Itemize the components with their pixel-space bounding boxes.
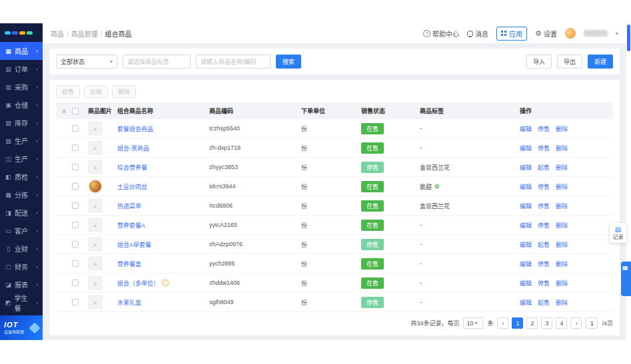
operation-link[interactable]: 停售 [538,279,550,287]
bulk-button-2[interactable]: 价格 [84,85,108,98]
row-checkbox[interactable] [72,241,79,248]
messages-button[interactable]: 消息 [467,29,488,39]
operation-link[interactable]: 删除 [556,163,568,172]
page-button-2[interactable]: 2 [526,317,538,329]
keyword-search-input[interactable] [196,55,271,69]
product-name-link[interactable]: 水果礼盒 [117,298,141,307]
operation-link[interactable]: 编辑 [520,163,532,172]
sidebar-item-4[interactable]: ▣仓储› [0,96,43,114]
page-button-3[interactable]: 3 [541,317,552,329]
operation-link[interactable]: 删除 [556,202,568,210]
chevron-down-icon[interactable]: ▾ [616,31,618,37]
sidebar-item-7[interactable]: ◫生产› [0,150,43,168]
operation-link[interactable]: 删除 [556,144,568,152]
row-checkbox[interactable] [72,279,79,286]
breadcrumb-item[interactable]: 商品管理 [71,31,98,38]
operation-link[interactable]: 编辑 [520,124,532,133]
sidebar-item-9[interactable]: ▩分拣› [0,186,43,204]
row-checkbox[interactable] [72,144,79,151]
status-select[interactable]: 全部状态 ▾ [56,55,117,69]
page-jump-input[interactable] [586,317,598,329]
operation-link[interactable]: 编辑 [520,182,532,191]
operation-link[interactable]: 编辑 [520,298,532,307]
product-name-link[interactable]: 营养套餐A [117,221,145,230]
operation-link[interactable]: 编辑 [520,240,532,249]
operation-link[interactable]: 编辑 [520,279,532,287]
sidebar-item-label: 生产 [15,136,28,146]
sidebar-item-3[interactable]: ▥采购› [0,78,43,96]
sidebar-item-14[interactable]: ◪报表› [0,275,43,293]
breadcrumb-item[interactable]: 商品 [51,31,64,38]
operation-link[interactable]: 删除 [556,240,568,249]
product-name-link[interactable]: 套餐组合商品 [117,124,153,133]
operation-link[interactable]: 编辑 [520,221,532,230]
row-checkbox[interactable] [72,260,79,267]
row-checkbox[interactable] [72,202,79,209]
operation-link[interactable]: 编辑 [520,202,532,210]
sidebar-item-10[interactable]: ◨配送› [0,204,43,222]
product-name-link[interactable]: 组合（多单位） [117,279,159,287]
product-name-link[interactable]: 热卤菜单 [117,202,141,210]
operation-link[interactable]: 起售 [538,240,550,249]
sidebar-item-8[interactable]: ◧质检› [0,168,43,186]
operation-link[interactable]: 删除 [556,279,568,287]
page-size-select[interactable]: 10 ▾ [463,317,483,329]
help-center-button[interactable]: ? 帮助中心 [423,29,459,39]
product-name-link[interactable]: 组合A早套餐 [117,240,151,249]
bulk-button-3[interactable]: 删除 [112,85,136,98]
scrollbar-thumb[interactable] [627,25,630,51]
import-button[interactable]: 导入 [526,55,552,69]
page-button-4[interactable]: 4 [556,317,567,329]
apps-button[interactable]: 应用 [496,27,527,41]
operation-link[interactable]: 停售 [538,221,550,230]
operation-link[interactable]: 起售 [538,298,550,307]
bulk-button-1[interactable]: 起售 [56,85,80,98]
row-checkbox[interactable] [72,299,79,305]
operation-link[interactable]: 删除 [556,221,568,230]
operation-link[interactable]: 删除 [556,182,568,191]
sidebar-item-15[interactable]: ◩学生餐› [0,293,43,311]
next-page-button[interactable]: › [570,317,582,329]
sidebar-item-6[interactable]: ▨生产› [0,132,43,150]
product-name-link[interactable]: 营养餐盒 [117,260,141,268]
product-name-cell: 水果礼盒 [115,298,207,307]
settings-button[interactable]: ⚙ 设置 [535,29,557,39]
tag-select-input[interactable] [123,55,191,69]
row-checkbox[interactable] [72,183,79,190]
operation-link[interactable]: 删除 [556,260,568,268]
row-checkbox[interactable] [72,164,79,170]
sidebar-item-13[interactable]: ▢财务› [0,258,43,275]
table-header: ≡商品图片组合商品名称商品编码下单单位销售状态商品标签操作 [56,102,613,119]
product-name-link[interactable]: 组合-黑商品 [117,144,149,152]
sidebar-item-5[interactable]: ▧库存› [0,114,43,132]
operation-link[interactable]: 编辑 [520,260,532,268]
record-floating-tab[interactable]: ▤ 记录 [610,223,626,243]
prev-page-button[interactable]: ‹ [497,317,508,329]
operation-link[interactable]: 停售 [538,260,550,268]
table-row: ▲组合A早套餐zhAdzp0976份停售-编辑起售删除 [56,235,613,254]
page-button-1[interactable]: 1 [512,317,523,329]
select-all-checkbox[interactable] [72,108,79,114]
operation-link[interactable]: 停售 [538,182,550,191]
row-checkbox[interactable] [72,222,79,228]
contact-service-tab[interactable]: ☎ 联系客服 [621,262,631,296]
sidebar-item-12[interactable]: ▯业财› [0,240,43,258]
row-checkbox[interactable] [72,125,79,132]
search-button[interactable]: 搜索 [276,55,301,69]
sidebar-item-2[interactable]: ▤订单› [0,60,43,78]
operation-link[interactable]: 停售 [538,124,550,133]
create-button[interactable]: 新建 [588,55,613,69]
operation-link[interactable]: 删除 [556,124,568,133]
sidebar-item-1[interactable]: ▦商品› [0,42,43,60]
operation-link[interactable]: 停售 [538,202,550,210]
sidebar-item-11[interactable]: ▭客户› [0,222,43,240]
product-name-link[interactable]: 综合营养餐 [117,163,147,172]
export-button[interactable]: 导出 [557,55,582,69]
column-settings-icon[interactable]: ≡ [56,108,69,114]
operation-link[interactable]: 停售 [538,144,550,152]
operation-link[interactable]: 删除 [556,298,568,307]
operation-link[interactable]: 起售 [538,163,550,172]
operation-link[interactable]: 编辑 [520,144,532,152]
avatar[interactable] [565,28,576,39]
product-name-link[interactable]: 土豆炒肉丝 [117,182,147,191]
